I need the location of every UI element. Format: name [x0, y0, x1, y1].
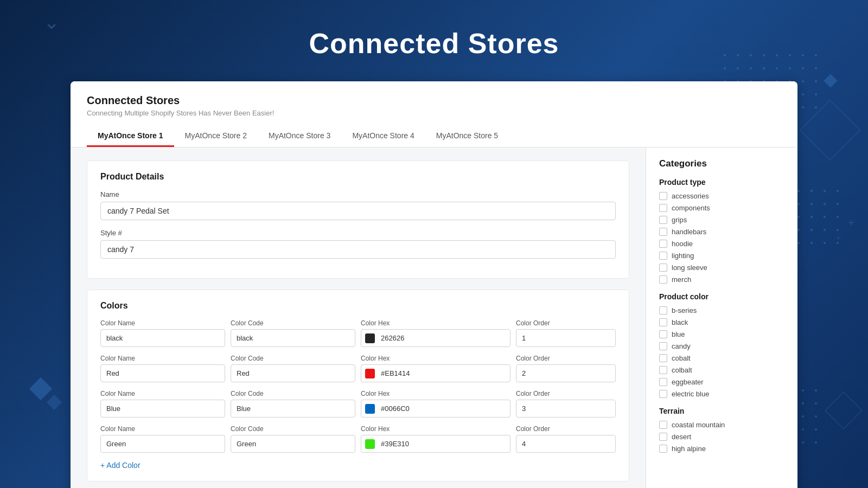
tab-4[interactable]: MyAtOnce Store 4 [341, 126, 425, 147]
color-name-input[interactable] [100, 364, 225, 382]
color-code-input[interactable] [231, 400, 355, 418]
color-swatch [365, 439, 375, 449]
category-checkbox[interactable] [659, 275, 667, 284]
category-checkbox[interactable] [659, 433, 667, 441]
category-label: lighting [672, 252, 694, 260]
card-title: Connected Stores [87, 94, 781, 107]
product-color-group-title: Product color [659, 292, 784, 301]
color-col-header-order: Color Order [516, 390, 616, 397]
category-label: black [672, 318, 688, 326]
main-card: Connected Stores Connecting Multiple Sho… [71, 81, 797, 488]
category-item: long sleeve [659, 264, 784, 272]
color-row [100, 400, 616, 418]
category-label: colbalt [672, 366, 692, 374]
color-col-header-name: Color Name [100, 355, 225, 362]
color-col-header-name: Color Name [100, 425, 225, 433]
add-color-button[interactable]: + Add Color [100, 461, 141, 470]
category-checkbox[interactable] [659, 445, 667, 453]
category-item: lighting [659, 252, 784, 260]
main-content: Product Details Name Style # Colors Colo… [71, 147, 646, 488]
category-item: colbalt [659, 366, 784, 374]
name-input[interactable] [100, 202, 616, 220]
color-header-row: Color NameColor CodeColor HexColor Order [100, 390, 616, 397]
color-name-input[interactable] [100, 400, 225, 418]
category-checkbox[interactable] [659, 240, 667, 248]
product-type-items: accessoriescomponentsgripshandlebarshood… [659, 192, 784, 284]
color-order-input[interactable] [516, 400, 616, 418]
category-item: electric blue [659, 390, 784, 398]
color-name-input[interactable] [100, 329, 225, 347]
product-type-group-title: Product type [659, 178, 784, 187]
color-order-input[interactable] [516, 329, 616, 347]
category-item: components [659, 204, 784, 212]
color-header-row: Color NameColor CodeColor HexColor Order [100, 355, 616, 362]
tab-3[interactable]: MyAtOnce Store 3 [258, 126, 341, 147]
color-code-input[interactable] [231, 435, 355, 453]
category-checkbox[interactable] [659, 216, 667, 224]
color-header-row: Color NameColor CodeColor HexColor Order [100, 319, 616, 327]
category-label: desert [672, 433, 691, 441]
color-hex-wrapper [361, 400, 510, 418]
color-hex-input[interactable] [361, 329, 510, 347]
category-label: grips [672, 216, 687, 224]
card-body: Product Details Name Style # Colors Colo… [71, 147, 797, 488]
color-hex-input[interactable] [361, 364, 510, 382]
color-code-input[interactable] [231, 329, 355, 347]
page-title: Connected Stores [0, 27, 868, 60]
category-checkbox[interactable] [659, 378, 667, 386]
name-label: Name [100, 190, 616, 198]
color-col-header-order: Color Order [516, 319, 616, 327]
category-checkbox[interactable] [659, 390, 667, 398]
color-col-header-hex: Color Hex [361, 355, 510, 362]
category-checkbox[interactable] [659, 421, 667, 429]
name-form-group: Name [100, 190, 616, 220]
category-checkbox[interactable] [659, 354, 667, 362]
color-hex-wrapper [361, 435, 510, 453]
category-item: accessories [659, 192, 784, 200]
category-label: blue [672, 330, 685, 338]
category-item: hoodie [659, 240, 784, 248]
category-item: coastal mountain [659, 421, 784, 429]
color-order-input[interactable] [516, 364, 616, 382]
category-label: b-series [672, 306, 697, 314]
color-name-input[interactable] [100, 435, 225, 453]
product-details-section: Product Details Name Style # [87, 160, 629, 279]
color-col-header-hex: Color Hex [361, 390, 510, 397]
category-checkbox[interactable] [659, 366, 667, 374]
card-subtitle: Connecting Multiple Shopify Stores Has N… [87, 109, 781, 117]
category-checkbox[interactable] [659, 228, 667, 236]
category-label: long sleeve [672, 264, 707, 272]
color-col-header-order: Color Order [516, 355, 616, 362]
category-item: merch [659, 275, 784, 284]
category-checkbox[interactable] [659, 306, 667, 314]
terrain-group-title: Terrain [659, 407, 784, 415]
color-code-input[interactable] [231, 364, 355, 382]
tab-2[interactable]: MyAtOnce Store 2 [174, 126, 258, 147]
tab-1[interactable]: MyAtOnce Store 1 [87, 126, 174, 147]
category-item: high alpine [659, 445, 784, 453]
category-checkbox[interactable] [659, 330, 667, 338]
category-label: merch [672, 275, 691, 284]
category-checkbox[interactable] [659, 264, 667, 272]
colors-title: Colors [100, 301, 616, 311]
product-details-title: Product Details [100, 172, 616, 182]
color-order-input[interactable] [516, 435, 616, 453]
color-swatch [365, 404, 375, 414]
category-checkbox[interactable] [659, 252, 667, 260]
color-col-header-name: Color Name [100, 319, 225, 327]
color-col-header-code: Color Code [231, 425, 355, 433]
category-checkbox[interactable] [659, 204, 667, 212]
color-col-header-hex: Color Hex [361, 425, 510, 433]
category-item: b-series [659, 306, 784, 314]
style-input[interactable] [100, 240, 616, 259]
color-hex-input[interactable] [361, 400, 510, 418]
tab-5[interactable]: MyAtOnce Store 5 [425, 126, 509, 147]
category-checkbox[interactable] [659, 318, 667, 326]
color-header-row: Color NameColor CodeColor HexColor Order [100, 425, 616, 433]
category-item: black [659, 318, 784, 326]
color-col-header-code: Color Code [231, 390, 355, 397]
category-checkbox[interactable] [659, 342, 667, 350]
category-label: eggbeater [672, 378, 704, 386]
category-checkbox[interactable] [659, 192, 667, 200]
color-hex-input[interactable] [361, 435, 510, 453]
